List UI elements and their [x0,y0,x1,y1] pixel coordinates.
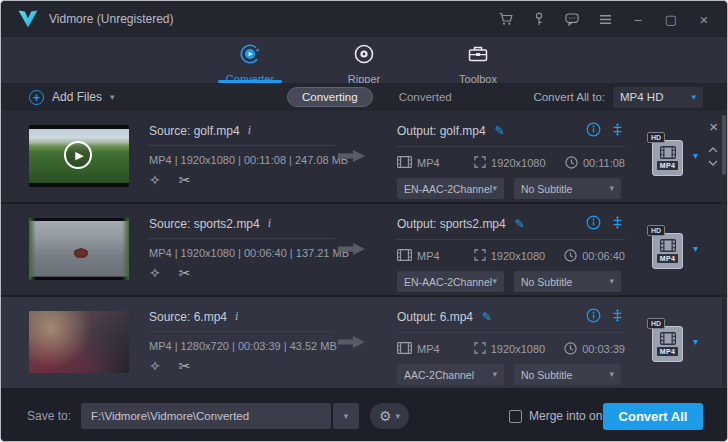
edit-effects-icon[interactable]: ✧ [149,359,161,373]
film-icon [397,249,412,263]
tab-converter[interactable]: Converter [215,37,285,83]
source-filename: Source: sports2.mp4 [149,217,260,231]
hd-badge: HD [647,225,665,236]
resolution-icon [474,249,486,263]
output-resolution: 1920x1080 [491,343,545,355]
profile-format-icon: MP4 [652,326,683,362]
settings-button[interactable]: ⚙ ▾ [370,403,409,429]
play-icon[interactable]: ▶ [64,141,92,169]
output-info-icon[interactable] [586,215,601,234]
divider [149,238,335,239]
audio-track-dropdown[interactable]: AAC-2Channel ▾ [397,364,504,385]
audio-track-value: EN-AAC-2Channel [404,183,492,195]
divider [397,146,625,147]
resolution-icon [474,156,486,170]
profile-format-label: MP4 [657,254,678,263]
profile-caret-icon[interactable]: ▾ [693,244,698,254]
output-profile-button[interactable]: MP4 HD [649,226,691,272]
chevron-down-icon: ▾ [492,277,497,286]
chevron-down-icon: ▾ [492,184,497,193]
convert-arrow-icon [338,149,366,167]
output-duration: 00:03:39 [582,343,625,355]
save-path-input[interactable] [81,403,331,429]
hd-badge: HD [647,318,665,329]
profile-caret-icon[interactable]: ▾ [693,151,698,161]
output-info-icon[interactable] [586,122,601,141]
source-info-icon[interactable]: i [235,309,238,324]
scrollbar-thumb[interactable] [722,115,726,175]
menu-icon[interactable] [594,9,616,29]
audio-track-dropdown[interactable]: EN-AAC-2Channel ▾ [397,178,504,199]
feedback-icon[interactable] [561,9,583,29]
close-glyph: × [700,12,709,27]
divider [397,239,625,240]
profile-format-icon: MP4 [652,140,683,176]
video-thumbnail[interactable] [29,218,129,280]
output-profile-button[interactable]: MP4 HD [649,133,691,179]
profile-format-icon: MP4 [652,233,683,269]
subtitle-value: No Subtitle [521,276,572,288]
play-glyph: ▶ [75,149,83,162]
video-thumbnail[interactable]: ▶ [29,125,129,187]
add-files-button[interactable]: + Add Files ▾ [29,90,115,105]
convert-all-button[interactable]: Convert All [603,403,703,430]
titlebar: Vidmore (Unregistered) [1,1,727,37]
subtitle-dropdown[interactable]: No Subtitle ▾ [514,178,621,199]
rename-icon[interactable]: ✎ [495,125,505,137]
source-filename: Source: golf.mp4 [149,124,240,138]
chevron-down-icon: ▾ [609,184,614,193]
output-info-icon[interactable] [586,308,601,327]
profile-caret-icon[interactable]: ▾ [693,337,698,347]
tab-ripper[interactable]: Ripper [329,37,399,83]
save-path-dropdown-button[interactable]: ▾ [333,403,359,429]
scroll-down-icon[interactable] [708,152,718,170]
close-button[interactable]: × [693,9,715,29]
rename-icon[interactable]: ✎ [515,218,525,230]
cart-icon[interactable] [495,9,517,29]
tab-toolbox[interactable]: Toolbox [443,37,513,83]
source-info-icon[interactable]: i [268,216,271,231]
subtitle-dropdown[interactable]: No Subtitle ▾ [514,364,621,385]
convert-all-to-dropdown[interactable]: MP4 HD ▾ [613,87,703,108]
cut-icon[interactable]: ✂ [179,173,191,187]
convert-all-to-label: Convert All to: [533,91,605,103]
tab-converting[interactable]: Converting [287,87,373,107]
profile-format-label: MP4 [657,347,678,356]
merge-checkbox[interactable] [509,410,522,423]
maximize-button[interactable]: ▢ [660,9,682,29]
remove-file-icon[interactable]: × [709,119,718,134]
subtitle-dropdown[interactable]: No Subtitle ▾ [514,271,621,292]
cut-icon[interactable]: ✂ [179,266,191,280]
output-settings-icon[interactable] [610,122,625,141]
minimize-button[interactable]: – [627,9,649,29]
add-files-caret-icon[interactable]: ▾ [110,93,115,102]
tab-converted[interactable]: Converted [399,91,452,103]
scrollbar-track[interactable] [722,113,726,387]
file-list: ▶ Source: golf.mp4 i MP4 | 1920x1080 | 0… [1,111,727,389]
register-key-icon[interactable] [528,9,550,29]
add-files-label: Add Files [52,90,102,104]
video-thumbnail[interactable] [29,311,129,373]
app-window: Vidmore (Unregistered) [0,0,728,442]
file-row-sports2[interactable]: Source: sports2.mp4 i MP4 | 1920x1080 | … [1,204,727,295]
file-row-golf[interactable]: ▶ Source: golf.mp4 i MP4 | 1920x1080 | 0… [1,111,727,202]
output-settings-icon[interactable] [610,215,625,234]
hd-badge: HD [647,132,665,143]
resolution-icon [474,342,486,356]
output-duration: 00:06:40 [582,250,625,262]
cut-icon[interactable]: ✂ [179,359,191,373]
file-row-6[interactable]: Source: 6.mp4 i MP4 | 1280x720 | 00:03:3… [1,297,727,388]
source-info-icon[interactable]: i [248,123,251,138]
output-profile-button[interactable]: MP4 HD [649,319,691,365]
rename-icon[interactable]: ✎ [482,311,492,323]
audio-track-dropdown[interactable]: EN-AAC-2Channel ▾ [397,271,504,292]
gear-icon: ⚙ [379,409,392,423]
source-meta: MP4 | 1280x720 | 00:03:39 | 43.52 MB [149,340,335,352]
converter-icon [238,42,262,70]
profile-format-label: MP4 [657,161,678,170]
edit-effects-icon[interactable]: ✧ [149,173,161,187]
edit-effects-icon[interactable]: ✧ [149,266,161,280]
output-settings-icon[interactable] [610,308,625,327]
chevron-down-icon: ▾ [609,370,614,379]
film-icon [397,342,412,356]
